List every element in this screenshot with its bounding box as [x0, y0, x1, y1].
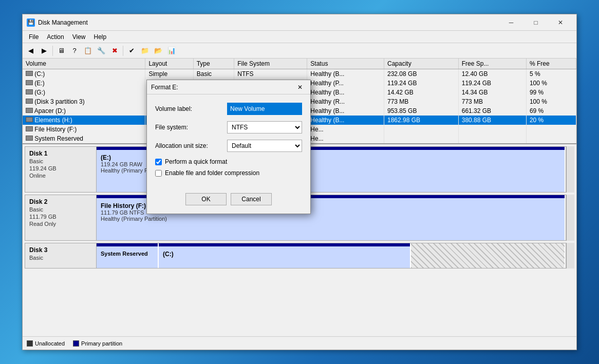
menu-action[interactable]: Action	[43, 32, 68, 42]
quick-format-checkbox[interactable]	[155, 159, 162, 165]
cell-type: Basic	[193, 69, 234, 79]
help-button[interactable]: ?	[68, 45, 81, 57]
cell-layout: Simple	[145, 69, 193, 79]
partition-c-name: (C:)	[163, 251, 405, 258]
close-button[interactable]: ✕	[549, 14, 572, 31]
allocation-select[interactable]: Default 512 1024 2048 4096	[227, 140, 302, 152]
compress-checkbox[interactable]	[155, 170, 162, 177]
maximize-button[interactable]: □	[524, 14, 548, 31]
disk-3-partitions: System Reserved (C:)	[97, 243, 566, 269]
disk-3-scrollbar[interactable]	[566, 243, 574, 269]
cell-status: He...	[307, 125, 384, 134]
col-free[interactable]: Free Sp...	[458, 59, 526, 69]
screen-button[interactable]: 🖥	[55, 45, 67, 57]
cell-capacity: 1862.98 GB	[384, 116, 459, 125]
menu-bar: File Action View Help	[23, 31, 576, 43]
cell-status: Healthy (R...	[307, 97, 384, 106]
disk-2-type: Basic	[29, 206, 92, 213]
disk-2-name: Disk 2	[29, 198, 92, 205]
modal-footer: OK Cancel	[147, 189, 310, 214]
legend-unallocated-label: Unallocated	[35, 340, 65, 347]
volume-label-label: Volume label:	[155, 105, 227, 112]
folder-open-button[interactable]: 📁	[139, 45, 151, 57]
disk-3-label: Disk 3 Basic	[25, 243, 97, 269]
legend-unallocated: Unallocated	[27, 340, 65, 347]
modal-close-button[interactable]: ✕	[294, 81, 306, 93]
cell-free: 119.24 GB	[458, 79, 526, 88]
disk-3-name: Disk 3	[29, 246, 92, 254]
cell-capacity: 953.85 GB	[384, 106, 459, 116]
cell-free: 661.32 GB	[458, 106, 526, 116]
legend-primary-box	[73, 340, 79, 347]
col-status[interactable]: Status	[307, 59, 384, 69]
window-title: Disk Management	[38, 19, 499, 26]
cell-volume: System Reserved	[23, 134, 145, 143]
cell-pct: 100 %	[526, 79, 576, 88]
quick-format-label[interactable]: Perform a quick format	[165, 158, 227, 165]
menu-file[interactable]: File	[25, 32, 43, 42]
chart-button[interactable]: 📊	[165, 45, 178, 57]
legend-primary: Primary partition	[73, 340, 122, 347]
disk-1-type: Basic	[29, 158, 92, 164]
cancel-button[interactable]: Cancel	[231, 193, 272, 205]
file-system-select[interactable]: NTFS FAT32 exFAT	[227, 121, 302, 133]
cell-status: Healthy (B...	[307, 116, 384, 125]
cell-capacity	[384, 134, 459, 143]
minimize-button[interactable]: ─	[499, 14, 523, 31]
col-type[interactable]: Type	[193, 59, 234, 69]
cell-free: 380.88 GB	[458, 116, 526, 125]
cell-pct	[526, 125, 576, 134]
legend-primary-label: Primary partition	[81, 340, 122, 347]
modal-title: Format E:	[151, 84, 294, 91]
quick-format-row: Perform a quick format	[155, 158, 302, 165]
settings-button[interactable]: 🔧	[95, 45, 107, 57]
cell-volume: (Disk 3 partition 3)	[23, 97, 145, 106]
col-capacity[interactable]: Capacity	[384, 59, 459, 69]
cell-capacity: 14.42 GB	[384, 88, 459, 97]
ok-button[interactable]: OK	[185, 193, 227, 205]
compress-label[interactable]: Enable file and folder compression	[165, 169, 259, 177]
compress-row: Enable file and folder compression	[155, 169, 302, 177]
disk-3-partition-sysreserved[interactable]: System Reserved	[97, 243, 159, 268]
cell-free: 773 MB	[458, 97, 526, 106]
cell-status: Healthy (B...	[307, 69, 384, 79]
cell-capacity: 119.24 GB	[384, 79, 459, 88]
menu-help[interactable]: Help	[90, 32, 111, 42]
app-icon: 💾	[27, 18, 35, 27]
allocation-row: Allocation unit size: Default 512 1024 2…	[155, 140, 302, 152]
modal-title-bar: Format E: ✕	[147, 80, 310, 94]
cell-volume: File History (F:)	[23, 125, 145, 134]
allocation-label: Allocation unit size:	[155, 142, 227, 149]
folder-button[interactable]: 📂	[152, 45, 164, 57]
table-row[interactable]: (C:) Simple Basic NTFS Healthy (B... 232…	[23, 69, 576, 79]
disk-3-partition-c[interactable]: (C:)	[159, 243, 410, 268]
col-volume[interactable]: Volume	[23, 59, 145, 69]
col-pct[interactable]: % Free	[526, 59, 576, 69]
cell-volume: (G:)	[23, 88, 145, 97]
col-filesystem[interactable]: File System	[234, 59, 307, 69]
cell-volume: (C:)	[23, 69, 145, 79]
menu-view[interactable]: View	[68, 32, 90, 42]
disk-1-label: Disk 1 Basic 119.24 GB Online	[25, 146, 97, 193]
cell-pct: 20 %	[526, 116, 576, 125]
cell-volume: (E:)	[23, 79, 145, 88]
modal-body: Volume label: File system: NTFS FAT32 ex…	[147, 94, 310, 189]
check-button[interactable]: ✔	[125, 45, 138, 57]
properties-button[interactable]: 📋	[82, 45, 94, 57]
disk-2-size: 111.79 GB	[29, 214, 92, 220]
cell-volume: Apacer (D:)	[23, 106, 145, 116]
col-layout[interactable]: Layout	[145, 59, 193, 69]
disk-1-scrollbar[interactable]	[566, 146, 574, 193]
delete-button[interactable]: ✖	[108, 45, 121, 57]
toolbar-separator-2	[123, 46, 123, 56]
legend-unallocated-box	[27, 340, 33, 347]
toolbar-separator-1	[52, 46, 53, 56]
volume-label-row: Volume label:	[155, 103, 302, 115]
disk-2-scrollbar[interactable]	[566, 195, 574, 241]
cell-fs: NTFS	[234, 69, 307, 79]
volume-label-input[interactable]	[227, 103, 302, 115]
cell-free: 14.34 GB	[458, 88, 526, 97]
forward-button[interactable]: ▶	[38, 45, 50, 57]
back-button[interactable]: ◀	[25, 45, 37, 57]
allocation-control: Default 512 1024 2048 4096	[227, 140, 302, 152]
